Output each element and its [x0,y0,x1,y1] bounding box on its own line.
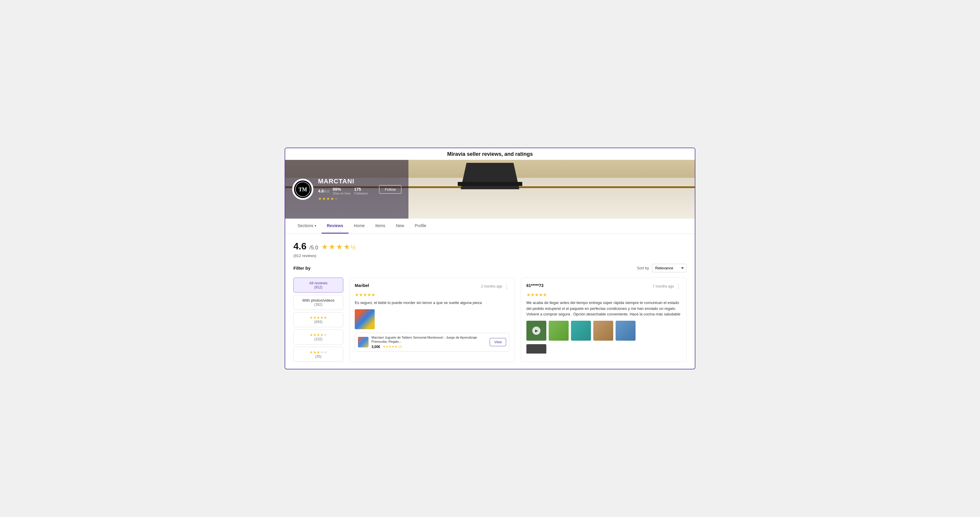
sort-row: Sort by Relevance Most recent Oldest Hig… [637,264,687,272]
product-tag-info-maribel: Marctani Juguete de Tablero Sensorial Mo… [371,336,487,349]
sort-label: Sort by [637,266,649,270]
nav-reviews[interactable]: Reviews [321,219,348,234]
review-card-maribel: Maribel 2 months ago ⋮ ★★★★★ Es seguro, … [349,278,515,362]
seller-rating-value: 4.6 [318,189,324,193]
product-tag-img-maribel [358,337,369,347]
rating-big-number: 4.6 [293,241,306,252]
review-video-thumb-61[interactable]: ▶ [527,321,546,340]
filter-5-stars[interactable]: ★★★★★ (693) [293,312,343,327]
seller-info: MARCTANI 4.6/5.0 99% Ship on time 175 Fo… [318,178,374,201]
review-thumb-4-61[interactable] [593,321,613,340]
review-time-61: 7 months ago [652,284,674,288]
review-stars-maribel: ★★★★★ [355,292,509,297]
nav-home[interactable]: Home [348,219,370,234]
seller-logo: TM [292,179,313,200]
filter-3-star-icons: ★★★★★ [297,350,339,355]
filter-3-count: (35) [297,355,339,359]
review-header-61: 61*****73 7 months ago ⋮ [527,283,681,290]
more-options-icon-maribel[interactable]: ⋮ [504,283,509,290]
seller-followers-group: 175 Followers [354,187,368,195]
nav-profile[interactable]: Profile [409,219,432,234]
reviews-count: (912 reviews) [293,253,687,258]
nav-sections[interactable]: Sections ▾ [292,219,321,234]
filter-all-label: All reviews [297,281,339,285]
seller-name: MARCTANI [318,178,374,185]
review-text-maribel: Es seguro, el bebé lo puede morder sin t… [355,300,509,306]
nav-home-label: Home [354,223,365,228]
page-title-text: Miravia seller reviews, and ratings [447,151,533,157]
half-star-icon: ½ [351,243,356,251]
review-time-maribel: 2 months ago [481,284,502,288]
review-images-61: ▶ [527,321,681,340]
more-options-icon-61[interactable]: ⋮ [676,283,681,290]
review-stars-61: ★★★★★ [527,292,681,297]
filter-4-star-icons: ★★★★★ [297,333,339,337]
sort-select[interactable]: Relevance Most recent Oldest Highest rat… [652,264,687,272]
seller-ship-label: Ship on time [333,192,351,195]
reviewer-name-maribel: Maribel [355,283,369,288]
nav-profile-label: Profile [415,223,426,228]
tm-logo-icon: TM [294,180,312,198]
seller-followers-label: Followers [354,192,368,195]
product-tag-price-maribel: 3,00€ [371,345,380,349]
filter-label: Filter by [293,266,310,270]
review-image-1[interactable] [355,309,375,329]
rating-header: 4.6/5.0 ★★★★½ [293,241,687,252]
hood-strip-decoration [458,182,522,186]
product-tag-name-maribel: Marctani Juguete de Tablero Sensorial Mo… [371,336,487,344]
product-tag-stars-maribel: ★★★★★ (3) [383,345,402,348]
nav-items[interactable]: Items [370,219,391,234]
view-button-maribel[interactable]: View [490,338,506,346]
nav-new[interactable]: New [391,219,409,234]
filter-all-count: (912) [297,285,339,289]
seller-rating-denom: /5.0 [324,189,329,193]
follow-button[interactable]: Follow [379,185,401,194]
seller-ship-group: 99% Ship on time [333,187,351,195]
main-content: 4.6/5.0 ★★★★½ (912 reviews) Filter by So… [285,234,695,369]
review-text-61: Me acaba de llegar antes del tiempo entr… [527,300,681,317]
seller-followers-value: 175 [354,187,361,192]
product-tag-maribel: Marctani Juguete de Tablero Sensorial Mo… [355,333,509,352]
filter-3-stars[interactable]: ★★★★★ (35) [293,347,343,362]
review-meta-maribel: 2 months ago ⋮ [481,283,509,290]
seller-overlay: TM MARCTANI 4.6/5.0 99% Ship on time [285,160,409,219]
filter-sort-row: Filter by Sort by Relevance Most recent … [293,264,687,272]
nav-items-label: Items [375,223,385,228]
reviewer-name-61: 61*****73 [527,283,543,288]
review-thumb-bottom-61[interactable] [527,344,546,353]
review-header-maribel: Maribel 2 months ago ⋮ [355,283,509,290]
filter-4-stars[interactable]: ★★★★★ (152) [293,329,343,344]
filter-photos-label: With photos/videos [297,298,339,302]
review-card-61: 61*****73 7 months ago ⋮ ★★★★★ Me acaba … [521,278,687,362]
reviews-columns: Maribel 2 months ago ⋮ ★★★★★ Es seguro, … [349,278,687,362]
review-images-maribel [355,309,509,329]
tm-svg: TM [294,181,311,197]
filter-photos-count: (382) [297,302,339,307]
seller-banner: TM MARCTANI 4.6/5.0 99% Ship on time [285,160,695,219]
nav-reviews-label: Reviews [327,223,343,228]
filter-sidebar: All reviews (912) With photos/videos (38… [293,278,343,362]
seller-ship-value: 99% [333,187,341,192]
nav-sections-label: Sections [298,223,313,228]
review-thumb-2-61[interactable] [549,321,569,340]
seller-rating-group: 4.6/5.0 [318,189,329,193]
nav-new-label: New [396,223,404,228]
reviews-layout: All reviews (912) With photos/videos (38… [293,278,687,362]
rating-denom: /5.0 [309,245,318,251]
review-meta-61: 7 months ago ⋮ [652,283,681,290]
rating-star-icons: ★★★★½ [321,242,356,251]
review-thumb-3-61[interactable] [571,321,591,340]
play-icon-61: ▶ [532,326,541,335]
seller-star-icons: ★★★★☆ [318,196,374,201]
chevron-down-icon: ▾ [315,224,316,228]
filter-5-star-icons: ★★★★★ [297,315,339,320]
filter-4-count: (152) [297,337,339,341]
filter-photos-videos[interactable]: With photos/videos (382) [293,295,343,310]
page-title: Miravia seller reviews, and ratings [285,148,695,160]
review-thumb-5-61[interactable] [616,321,636,340]
seller-stats: 4.6/5.0 99% Ship on time 175 Followers [318,187,374,195]
svg-text:TM: TM [299,187,307,192]
nav-bar: Sections ▾ Reviews Home Items New Profil… [285,219,695,234]
filter-all-reviews[interactable]: All reviews (912) [293,278,343,293]
filter-5-count: (693) [297,320,339,324]
